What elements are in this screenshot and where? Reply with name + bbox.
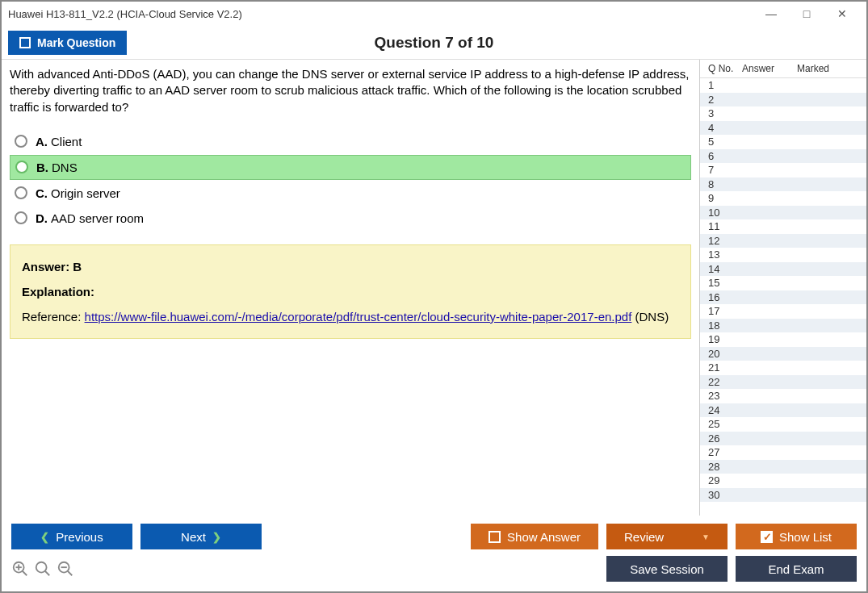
option-b[interactable]: B. DNS xyxy=(10,155,691,180)
app-window: Huawei H13-811_V2.2 (HCIA-Cloud Service … xyxy=(0,0,868,593)
window-controls: — □ ✕ xyxy=(753,2,860,25)
option-list: A. ClientB. DNSC. Origin serverD. AAD se… xyxy=(10,130,691,230)
next-button[interactable]: Next ❯ xyxy=(140,524,262,549)
question-list-row[interactable]: 19 xyxy=(700,332,866,347)
show-list-label: Show List xyxy=(779,530,832,544)
question-list-row[interactable]: 15 xyxy=(700,276,866,290)
show-answer-label: Show Answer xyxy=(507,530,581,544)
close-button[interactable]: ✕ xyxy=(824,2,860,25)
question-list-row[interactable]: 21 xyxy=(700,361,866,375)
question-list-row[interactable]: 14 xyxy=(700,262,866,277)
question-list-row[interactable]: 13 xyxy=(700,248,866,262)
row-qno: 19 xyxy=(708,333,742,345)
question-list-row[interactable]: 10 xyxy=(700,206,866,220)
row-qno: 4 xyxy=(708,122,742,134)
topbar: Mark Question Question 7 of 10 xyxy=(2,26,866,60)
review-button[interactable]: Review ▼ xyxy=(606,524,728,549)
col-answer: Answer xyxy=(742,63,797,74)
bottombar: ❮ Previous Next ❯ Show Answer Review ▼ S… xyxy=(2,516,866,553)
question-content: With advanced Anti-DDoS (AAD), you can c… xyxy=(2,60,699,516)
save-session-button[interactable]: Save Session xyxy=(606,556,728,582)
question-list-row[interactable]: 9 xyxy=(700,191,866,206)
question-list-row[interactable]: 16 xyxy=(700,290,866,305)
question-list[interactable]: 1234567891011121314151617181920212223242… xyxy=(700,78,866,516)
question-list-row[interactable]: 6 xyxy=(700,149,866,164)
radio-icon xyxy=(15,161,28,173)
maximize-button[interactable]: □ xyxy=(789,2,824,25)
previous-label: Previous xyxy=(56,530,103,544)
reference-line: Reference: https://www-file.huawei.com/-… xyxy=(22,310,679,324)
option-letter: A. xyxy=(36,135,48,148)
row-qno: 26 xyxy=(708,432,742,445)
question-list-row[interactable]: 22 xyxy=(700,375,866,390)
review-label: Review xyxy=(624,530,664,544)
question-list-row[interactable]: 17 xyxy=(700,304,866,319)
row-qno: 6 xyxy=(708,150,742,162)
previous-button[interactable]: ❮ Previous xyxy=(11,524,132,549)
question-list-row[interactable]: 29 xyxy=(700,474,866,488)
zoom-reset-icon[interactable] xyxy=(34,560,52,578)
question-heading: Question 7 of 10 xyxy=(375,34,494,52)
mark-question-button[interactable]: Mark Question xyxy=(8,31,127,55)
row-qno: 15 xyxy=(708,277,742,289)
row-qno: 23 xyxy=(708,390,742,402)
question-list-row[interactable]: 3 xyxy=(700,106,866,121)
show-answer-button[interactable]: Show Answer xyxy=(471,524,598,549)
row-qno: 9 xyxy=(708,192,742,204)
question-list-row[interactable]: 18 xyxy=(700,319,866,333)
reference-link[interactable]: https://www-file.huawei.com/-/media/corp… xyxy=(85,310,632,324)
question-list-row[interactable]: 28 xyxy=(700,460,866,474)
question-list-row[interactable]: 25 xyxy=(700,417,866,432)
question-list-row[interactable]: 8 xyxy=(700,177,866,192)
svg-line-7 xyxy=(68,571,73,576)
row-qno: 29 xyxy=(708,474,742,487)
zoom-out-icon[interactable] xyxy=(57,560,74,578)
row-qno: 14 xyxy=(708,263,742,275)
option-text: Client xyxy=(51,135,82,148)
reference-suffix: (DNS) xyxy=(631,310,669,324)
row-qno: 27 xyxy=(708,446,742,458)
question-list-row[interactable]: 11 xyxy=(700,219,866,234)
row-qno: 2 xyxy=(708,94,742,106)
row-qno: 22 xyxy=(708,376,742,388)
row-qno: 1 xyxy=(708,79,742,91)
question-list-row[interactable]: 1 xyxy=(700,78,866,93)
row-qno: 3 xyxy=(708,107,742,119)
question-list-header: Q No. Answer Marked xyxy=(700,60,866,78)
radio-icon xyxy=(15,186,27,199)
option-c[interactable]: C. Origin server xyxy=(10,182,691,205)
zoom-controls xyxy=(11,560,74,578)
question-list-row[interactable]: 27 xyxy=(700,445,866,460)
radio-icon xyxy=(15,211,27,224)
option-text: AAD server room xyxy=(51,211,144,225)
option-a[interactable]: A. Client xyxy=(10,130,691,153)
minimize-button[interactable]: — xyxy=(753,2,789,25)
row-qno: 11 xyxy=(708,220,742,232)
question-list-row[interactable]: 4 xyxy=(700,121,866,136)
chevron-left-icon: ❮ xyxy=(40,531,49,543)
end-exam-label: End Exam xyxy=(768,562,824,576)
show-list-button[interactable]: Show List xyxy=(736,524,857,549)
question-text: With advanced Anti-DDoS (AAD), you can c… xyxy=(10,66,691,115)
row-qno: 13 xyxy=(708,248,742,261)
question-list-row[interactable]: 7 xyxy=(700,163,866,177)
row-qno: 18 xyxy=(708,319,742,332)
option-d[interactable]: D. AAD server room xyxy=(10,207,691,230)
row-qno: 8 xyxy=(708,178,742,190)
question-list-row[interactable]: 23 xyxy=(700,389,866,403)
question-list-row[interactable]: 2 xyxy=(700,93,866,107)
question-list-row[interactable]: 30 xyxy=(700,488,866,503)
reference-prefix: Reference: xyxy=(22,310,85,324)
option-text: Origin server xyxy=(51,186,120,200)
question-list-row[interactable]: 12 xyxy=(700,234,866,248)
svg-line-1 xyxy=(23,571,27,576)
question-list-row[interactable]: 20 xyxy=(700,347,866,361)
question-list-row[interactable]: 5 xyxy=(700,135,866,149)
answer-line: Answer: B xyxy=(22,260,679,274)
zoom-in-icon[interactable] xyxy=(11,560,29,578)
question-list-row[interactable]: 26 xyxy=(700,432,866,446)
end-exam-button[interactable]: End Exam xyxy=(736,556,857,582)
checkbox-icon xyxy=(489,531,501,543)
next-label: Next xyxy=(181,530,206,544)
question-list-row[interactable]: 24 xyxy=(700,403,866,418)
